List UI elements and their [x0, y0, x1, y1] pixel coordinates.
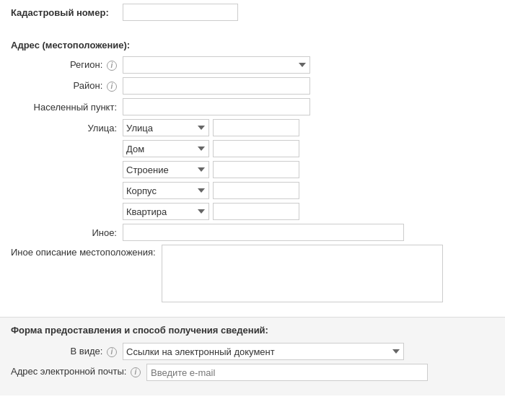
dom-select[interactable]: Дом: [123, 140, 209, 157]
vvide-info-icon[interactable]: i: [107, 347, 117, 357]
kvartira-text-input[interactable]: [213, 203, 299, 220]
nasel-input[interactable]: [123, 98, 310, 115]
inoe-row: Иное:: [11, 224, 494, 241]
rayon-info-icon[interactable]: i: [107, 82, 117, 92]
korpus-text-input[interactable]: [213, 182, 299, 199]
address-title: Адрес (местоположение):: [11, 40, 494, 51]
vvide-label: В виде: i: [11, 346, 123, 357]
inoe-desc-label: Иное описание местоположения:: [11, 245, 162, 258]
inoe-label: Иное:: [11, 227, 123, 238]
email-info-icon[interactable]: i: [131, 367, 141, 377]
ulitsa-select[interactable]: Улица: [123, 119, 209, 136]
korpus-row: Корпус: [11, 182, 494, 199]
kvartira-row: Квартира: [11, 203, 494, 220]
kadastroviy-input[interactable]: [123, 4, 238, 21]
email-input[interactable]: [146, 364, 428, 381]
dom-row: Дом: [11, 140, 494, 157]
vvide-select[interactable]: Ссылки на электронный документ: [123, 343, 404, 360]
kadastroviy-label: Кадастровый номер:: [11, 7, 123, 18]
stroenie-text-input[interactable]: [213, 161, 299, 178]
stroenie-row: Строение: [11, 161, 494, 178]
nasel-label: Населенный пункт:: [11, 102, 123, 113]
ulitsa-label: Улица:: [11, 123, 123, 134]
ulitsa-text-input[interactable]: [213, 119, 299, 136]
region-select[interactable]: [123, 56, 310, 74]
rayon-label: Район: i: [11, 80, 123, 92]
region-row: Регион: i: [11, 56, 494, 74]
stroenie-select[interactable]: Строение: [123, 161, 209, 178]
rayon-input[interactable]: [123, 77, 310, 95]
korpus-select[interactable]: Корпус: [123, 182, 209, 199]
email-row: Адрес электронной почты: i: [11, 364, 494, 381]
inoe-desc-textarea[interactable]: [162, 245, 443, 302]
inoe-input[interactable]: [123, 224, 404, 241]
rayon-row: Район: i: [11, 77, 494, 95]
kvartira-select[interactable]: Квартира: [123, 203, 209, 220]
forma-title: Форма предоставления и способ получения …: [11, 325, 494, 336]
email-label: Адрес электронной почты: i: [11, 364, 146, 377]
nasel-row: Населенный пункт:: [11, 98, 494, 115]
region-label: Регион: i: [11, 59, 123, 71]
vvide-row: В виде: i Ссылки на электронный документ: [11, 343, 494, 360]
ulitsa-row: Улица: Улица: [11, 119, 494, 136]
region-info-icon[interactable]: i: [107, 61, 117, 71]
dom-text-input[interactable]: [213, 140, 299, 157]
inoe-desc-row: Иное описание местоположения:: [11, 245, 494, 302]
